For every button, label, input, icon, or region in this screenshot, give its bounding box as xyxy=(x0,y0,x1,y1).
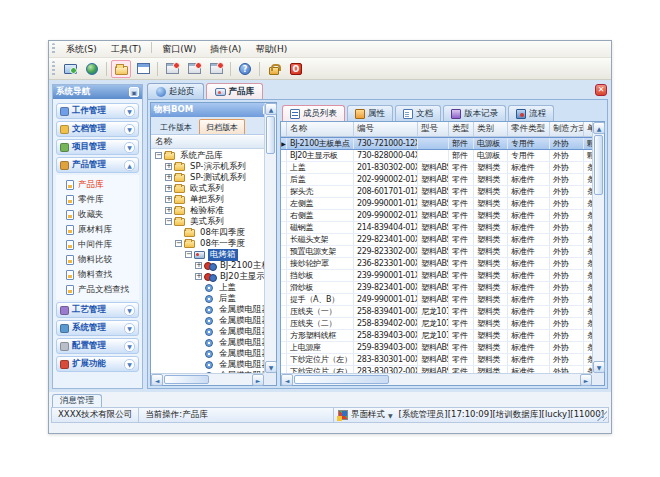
table-horizontal-scrollbar[interactable]: ◄ ► xyxy=(281,373,592,385)
table-row[interactable]: 左侧盖209-990001-01X塑料ABS零件塑料类标准件外协条 xyxy=(281,198,592,210)
chevron-down-icon[interactable]: ▼ xyxy=(124,124,135,135)
sidebar-section-文档管理[interactable]: 文档管理▼ xyxy=(56,121,139,137)
tree-node[interactable]: +BJ20主显示板 xyxy=(151,271,264,282)
sidebar-item-物料比较[interactable]: 物料比较 xyxy=(56,252,139,267)
tab-归档版本[interactable]: 归档版本 xyxy=(199,119,245,134)
table-row[interactable]: 后盖202-990002-01X塑料ABS零件塑料类标准件外协条 xyxy=(281,174,592,186)
tree-node[interactable]: 上盖 xyxy=(151,282,264,293)
window-del-button[interactable] xyxy=(184,60,204,78)
tab-版本记录[interactable]: 版本记录 xyxy=(443,105,506,121)
tab-文档[interactable]: 文档 xyxy=(395,105,441,121)
chevron-down-icon[interactable]: ▼ xyxy=(124,323,135,334)
sidebar-item-收藏夹[interactable]: 收藏夹 xyxy=(56,207,139,222)
sidebar-section-项目管理[interactable]: 项目管理▼ xyxy=(56,139,139,155)
menu-item[interactable]: 系统(S) xyxy=(59,42,104,57)
monitor-button[interactable] xyxy=(60,60,80,78)
tree-node[interactable]: +欧式系列 xyxy=(151,183,264,194)
tree-hscroll-thumb[interactable] xyxy=(164,375,209,384)
collapse-icon[interactable]: − xyxy=(185,251,192,258)
tree-node[interactable]: 金属膜电阻器 xyxy=(151,359,264,370)
table-scroll-right-icon[interactable]: ► xyxy=(580,374,592,386)
table-row[interactable]: 压线夹（二）258-839402-00X尼龙1010零件塑料类标准件外协条 xyxy=(281,318,592,330)
chevron-down-icon[interactable]: ▼ xyxy=(124,305,135,316)
expand-icon[interactable]: + xyxy=(165,196,172,203)
menu-item[interactable]: 窗口(W) xyxy=(155,42,203,57)
column-header-类别[interactable]: 类别 xyxy=(474,122,508,136)
expand-icon[interactable]: + xyxy=(195,262,202,269)
tree-scroll-down-icon[interactable]: ▼ xyxy=(265,361,277,373)
table-vscroll-thumb[interactable] xyxy=(594,135,603,195)
tree-scroll-right-icon[interactable]: ► xyxy=(252,374,264,386)
tree-node[interactable]: 金属膜电阻器 xyxy=(151,326,264,337)
tab-起始页[interactable]: 起始页 xyxy=(147,83,204,99)
table-row[interactable]: 探头壳208-601701-01X塑料ABS零件塑料类标准件外协条 xyxy=(281,186,592,198)
sidebar-item-物料查找[interactable]: 物料查找 xyxy=(56,267,139,282)
interface-style-dropdown[interactable]: 界面样式 xyxy=(351,409,385,421)
tree-node[interactable]: 金属膜电阻器 xyxy=(151,337,264,348)
chevron-up-icon[interactable]: ▲ xyxy=(124,160,135,171)
column-header-类型[interactable]: 类型 xyxy=(449,122,474,136)
window-edit-button[interactable] xyxy=(206,60,226,78)
column-header-单位[interactable]: 单位 xyxy=(584,122,592,136)
table-row[interactable]: 提手（A、B）249-990001-01X塑料ABS零件塑料类标准件外协条 xyxy=(281,294,592,306)
tree-node[interactable]: −电烤箱 xyxy=(151,249,264,260)
table-row[interactable]: 右侧盖209-990002-01X塑料ABS零件塑料类标准件外协条 xyxy=(281,210,592,222)
tree-vscroll-thumb[interactable] xyxy=(266,116,275,154)
table-scroll-left-icon[interactable]: ◄ xyxy=(281,374,293,386)
chevron-down-icon[interactable]: ▼ xyxy=(124,142,135,153)
menu-grip[interactable] xyxy=(52,43,55,54)
column-header-零件类型[interactable]: 零件类型 xyxy=(508,122,550,136)
folder-button[interactable] xyxy=(111,60,131,78)
table-row[interactable]: ▶BJ-2100主板单点730-721000-12X部件电源板专用件外协颗 xyxy=(281,137,592,150)
tab-成员列表[interactable]: 成员列表 xyxy=(282,105,345,121)
tab-工作版本[interactable]: 工作版本 xyxy=(153,119,199,134)
tree-node[interactable]: −美式系列 xyxy=(151,216,264,227)
table-row[interactable]: BJ20主显示板730-828000-04X部件电源板专用件外协颗 xyxy=(281,150,592,162)
menu-item[interactable]: 工具(T) xyxy=(104,42,149,57)
tree-node[interactable]: 金属膜电阻器 xyxy=(151,304,264,315)
resize-grip[interactable] xyxy=(597,411,607,421)
sidebar-section-工艺管理[interactable]: 工艺管理▼ xyxy=(56,302,139,318)
tree-node[interactable]: 08年四季度 xyxy=(151,227,264,238)
collapse-icon[interactable]: − xyxy=(175,240,182,247)
tree-node[interactable]: +BJ-2100主板单点 xyxy=(151,260,264,271)
tree-node[interactable]: +SP-测试机系列 xyxy=(151,172,264,183)
globe-button[interactable] xyxy=(82,60,102,78)
expand-icon[interactable]: + xyxy=(165,163,172,170)
table-row[interactable]: 上电源座259-839403-00X塑料ABS零件塑料类标准件外协条 xyxy=(281,342,592,354)
table-scroll-up-icon[interactable]: ▲ xyxy=(593,122,605,134)
tree-vertical-scrollbar[interactable]: ▲ ▼ xyxy=(264,103,276,373)
tree-node[interactable]: +检验标准 xyxy=(151,205,264,216)
layout-button[interactable] xyxy=(133,60,153,78)
table-row[interactable]: 下纱定位片（左）283-830301-00X塑料ABS零件塑料类标准件外协条 xyxy=(281,354,592,366)
table-scroll-down-icon[interactable]: ▼ xyxy=(593,361,605,373)
table-row[interactable]: 滑纱板239-823401-00X塑料ABS零件塑料类标准件外协条 xyxy=(281,282,592,294)
chevron-down-icon[interactable]: ▼ xyxy=(124,359,135,370)
column-header-型号[interactable]: 型号 xyxy=(418,122,449,136)
help-button[interactable]: ? xyxy=(235,60,255,78)
tree-node[interactable]: 金属膜电阻器 xyxy=(151,315,264,326)
tab-流程[interactable]: 流程 xyxy=(508,105,554,121)
table-row[interactable]: 下纱定位片（右）283-830302-00X塑料ABS零件塑料类标准件外协条 xyxy=(281,366,592,373)
column-header-编号[interactable]: 编号 xyxy=(354,122,418,136)
chevron-down-icon[interactable]: ▼ xyxy=(388,412,393,419)
tree-node[interactable]: +单把系列 xyxy=(151,194,264,205)
tab-产品库[interactable]: 产品库 xyxy=(206,83,264,99)
sidebar-section-系统管理[interactable]: 系统管理▼ xyxy=(56,320,139,336)
table-row[interactable]: 预置电源支架229-823302-00X塑料ABS零件塑料类标准件外协条 xyxy=(281,246,592,258)
table-row[interactable]: 压线夹（一）258-839401-00X尼龙1010零件塑料类标准件外协条 xyxy=(281,306,592,318)
sidebar-item-产品库[interactable]: 产品库 xyxy=(56,177,139,192)
sidebar-section-扩展功能[interactable]: 扩展功能▼ xyxy=(56,356,139,372)
menu-item[interactable]: 插件(A) xyxy=(203,42,248,57)
collapse-icon[interactable]: − xyxy=(165,218,172,225)
toolbar-grip[interactable] xyxy=(52,61,55,76)
sidebar-item-中间件库[interactable]: 中间件库 xyxy=(56,237,139,252)
table-row[interactable]: 挡纱板239-990001-01X塑料ABS零件塑料类标准件外协条 xyxy=(281,270,592,282)
expand-icon[interactable]: + xyxy=(165,185,172,192)
message-manager-tab[interactable]: 消息管理 xyxy=(52,394,102,407)
tree-horizontal-scrollbar[interactable]: ◄ ► xyxy=(151,373,264,385)
chevron-down-icon[interactable]: ▼ xyxy=(124,106,135,117)
tree-scroll-left-icon[interactable]: ◄ xyxy=(151,374,163,386)
power-button[interactable]: O xyxy=(286,60,306,78)
sidebar-item-零件库[interactable]: 零件库 xyxy=(56,192,139,207)
